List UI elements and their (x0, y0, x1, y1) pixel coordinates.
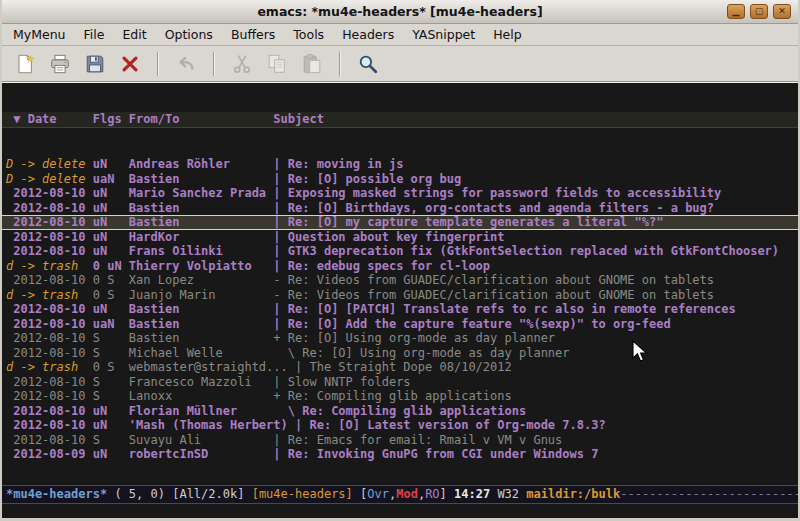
menu-item-headers[interactable]: Headers (333, 25, 403, 44)
row-flags: uN (93, 186, 129, 200)
row-date: 2012-08-10 (6, 331, 93, 345)
message-row[interactable]: 2012-08-10 S Bastien + Re: [O] Using org… (2, 331, 798, 346)
message-row[interactable]: 2012-08-10 S Michael Welle \ Re: [O] Usi… (2, 346, 798, 361)
message-row[interactable]: 2012-08-10 uN Frans Oilinki | GTK3 depre… (2, 244, 798, 259)
row-from: Florian Müllner (129, 404, 274, 418)
row-subject: | Re: Emacs for email: Rmail v VM v Gnus (273, 433, 562, 447)
row-from: Frans Oilinki (129, 244, 274, 258)
menu-item-tools[interactable]: Tools (284, 25, 333, 44)
close-button[interactable] (115, 50, 145, 78)
row-subject: + Re: Compiling glib applications (273, 389, 511, 403)
message-row[interactable]: 2012-08-10 uN Bastien | Re: [O] [PATCH] … (2, 302, 798, 317)
row-from: Mario Sanchez Prada (129, 186, 274, 200)
modeline-segment-plain: ] (440, 487, 454, 501)
message-row[interactable]: d -> trash 0 S Juanjo Marin - Re: Videos… (2, 288, 798, 303)
menu-item-yasnippet[interactable]: YASnippet (403, 25, 484, 44)
row-flags: uN (93, 201, 129, 215)
print-icon (49, 53, 71, 75)
maximize-button[interactable]: ▢ (750, 4, 768, 19)
row-date: 2012-08-10 (6, 230, 93, 244)
cut-button (227, 50, 257, 78)
column-header-from[interactable]: From/To (129, 112, 274, 126)
message-row[interactable]: 2012-08-10 0 S Xan Lopez - Re: Videos fr… (2, 273, 798, 288)
row-from: Bastien (129, 201, 274, 215)
row-from: Francesco Mazzoli (129, 375, 274, 389)
window-controls: ▁▢✕ (727, 4, 798, 19)
modeline-segment-plain: W32 (490, 487, 526, 501)
search-button[interactable] (353, 50, 383, 78)
row-flags: uaN (93, 172, 129, 186)
row-from: Bastien (129, 172, 274, 186)
row-from: 'Mash (Thomas Herbert) (129, 418, 295, 432)
undo-icon (175, 53, 197, 75)
row-subject: \ Re: Compiling glib applications (273, 404, 526, 418)
message-row[interactable]: d -> trash 0 uN Thierry Volpiatto | Re: … (2, 259, 798, 274)
menu-item-buffers[interactable]: Buffers (222, 25, 284, 44)
message-row[interactable]: 2012-08-10 uN Bastien | Re: [O] my captu… (2, 215, 798, 230)
modeline-segment-ro: RO (425, 487, 439, 501)
message-row[interactable]: 2012-08-10 uaN Bastien | Re: [O] Add the… (2, 317, 798, 332)
print-button[interactable] (45, 50, 75, 78)
row-flags: uN (93, 215, 129, 229)
row-subject: | Re: [O] Add the capture feature "%(sex… (273, 317, 670, 331)
search-icon (357, 53, 379, 75)
message-row[interactable]: 2012-08-10 uN Mario Sanchez Prada | Expo… (2, 186, 798, 201)
row-subject: | Re: [O] my capture template generates … (273, 215, 663, 229)
toolbar (2, 46, 798, 82)
row-date: 2012-08-10 (6, 215, 93, 229)
row-subject: | Exposing masked strings for password f… (273, 186, 721, 200)
row-subject: | Slow NNTP folders (273, 375, 410, 389)
message-row[interactable]: D -> delete uN Andreas Röhler | Re: movi… (2, 157, 798, 172)
message-row[interactable]: 2012-08-10 uN Florian Müllner \ Re: Comp… (2, 404, 798, 419)
message-row[interactable]: 2012-08-10 S Suvayu Ali | Re: Emacs for … (2, 433, 798, 448)
modeline-segment-plain: [All/2.0k] (172, 487, 251, 501)
message-row[interactable]: 2012-08-10 S Francesco Mazzoli | Slow NN… (2, 375, 798, 390)
row-flags: uN (93, 244, 129, 258)
menu-item-mymenu[interactable]: MyMenu (4, 25, 75, 44)
row-from: webmaster@straightd... (129, 360, 295, 374)
row-subject: | Re: [O] possible org bug (273, 172, 461, 186)
column-header-date[interactable]: ▼ Date (6, 112, 93, 126)
row-subject: | Re: [O] [PATCH] Translate refs to rc a… (273, 302, 735, 316)
message-row[interactable]: 2012-08-10 uN 'Mash (Thomas Herbert) | R… (2, 418, 798, 433)
row-flags: S (93, 433, 129, 447)
row-flags: 0 uN (93, 259, 129, 273)
row-date: d -> trash (6, 259, 93, 273)
minimize-button[interactable]: ▁ (727, 4, 745, 19)
message-row[interactable]: D -> delete uaN Bastien | Re: [O] possib… (2, 172, 798, 187)
paste-icon (301, 53, 323, 75)
message-row[interactable]: 2012-08-10 uN Bastien | Re: [O] Birthday… (2, 201, 798, 216)
headers-buffer: ▼ Date Flgs From/To Subject D -> delete … (2, 82, 798, 485)
message-row[interactable]: 2012-08-09 uN robertcInSD | Re: Invoking… (2, 447, 798, 462)
save-button[interactable] (80, 50, 110, 78)
row-from: robertcInSD (129, 447, 274, 461)
close-button[interactable]: ✕ (773, 4, 791, 19)
message-row[interactable]: 2012-08-10 uN HardKor | Question about k… (2, 230, 798, 245)
save-icon (84, 53, 106, 75)
menu-bar: MyMenuFileEditOptionsBuffersToolsHeaders… (2, 24, 798, 46)
menu-item-options[interactable]: Options (156, 25, 222, 44)
minibuffer[interactable] (2, 504, 798, 518)
row-from: Andreas Röhler (129, 157, 274, 171)
column-header-flags[interactable]: Flgs (93, 112, 129, 126)
row-from: Michael Welle (129, 346, 274, 360)
row-from: Bastien (129, 215, 274, 229)
menu-item-help[interactable]: Help (484, 25, 531, 44)
paste-button (297, 50, 327, 78)
row-flags: 0 S (93, 288, 129, 302)
title-bar[interactable]: emacs: *mu4e-headers* [mu4e-headers] ▁▢✕ (2, 0, 798, 24)
row-subject: | Re: moving in js (273, 157, 403, 171)
message-row[interactable]: d -> trash 0 S webmaster@straightd... | … (2, 360, 798, 375)
mode-line[interactable]: *mu4e-headers* ( 5, 0) [All/2.0k] [mu4e-… (2, 485, 798, 504)
row-flags: 0 S (93, 273, 129, 287)
menu-item-edit[interactable]: Edit (113, 25, 155, 44)
row-subject: | Re: [O] Latest version of Org-mode 7.8… (295, 418, 606, 432)
column-header-subject[interactable]: Subject (273, 112, 324, 126)
row-subject: | Re: Invoking GnuPG from CGI under Wind… (273, 447, 598, 461)
row-date: 2012-08-10 (6, 404, 93, 418)
message-row[interactable]: 2012-08-10 S Lanoxx + Re: Compiling glib… (2, 389, 798, 404)
menu-item-file[interactable]: File (75, 25, 114, 44)
new-file-button[interactable] (10, 50, 40, 78)
row-flags: S (93, 331, 129, 345)
row-date: 2012-08-10 (6, 302, 93, 316)
